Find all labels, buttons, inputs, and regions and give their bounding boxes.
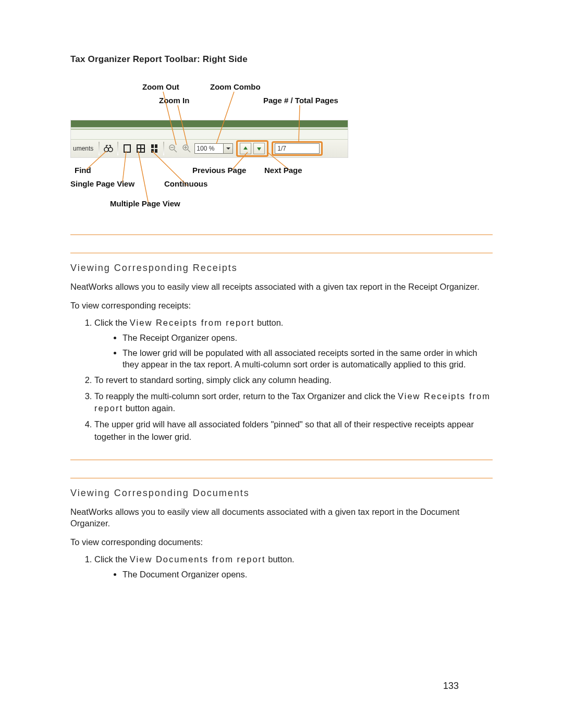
step-item: Click the View Receipts from report butt…	[94, 317, 493, 370]
section-title: Viewing Corresponding Documents	[70, 488, 493, 499]
step-emph: View Receipts from report	[130, 318, 255, 327]
divider	[70, 253, 493, 253]
steps-list: Click the View Receipts from report butt…	[70, 317, 493, 442]
section-lead: To view corresponding receipts:	[70, 301, 493, 311]
section-title: Viewing Corresponding Receipts	[70, 263, 493, 274]
figure-title: Tax Organizer Report Toolbar: Right Side	[70, 54, 348, 65]
page-root: Tax Organizer Report Toolbar: Right Side…	[0, 0, 563, 728]
step-text-pre: Click the	[94, 554, 130, 564]
spacer	[70, 460, 493, 478]
svg-line-22	[123, 151, 126, 182]
label-single-page-view: Single Page View	[70, 179, 134, 188]
body-text: Viewing Corresponding Receipts NeatWorks…	[70, 235, 493, 586]
steps-list: Click the View Documents from report but…	[70, 553, 493, 580]
label-find: Find	[75, 166, 91, 175]
callout-lines	[70, 82, 348, 213]
page-number: 133	[443, 681, 459, 692]
step-item: The upper grid will have all associated …	[94, 418, 493, 442]
spacer	[70, 448, 493, 460]
svg-line-20	[299, 105, 300, 142]
step-text-pre: Click the	[94, 318, 130, 327]
sub-bullet: The Document Organizer opens.	[123, 569, 493, 580]
step-text-post: button again.	[123, 403, 175, 413]
step-item: To revert to standard sorting, simply cl…	[94, 374, 493, 386]
figure-canvas: Zoom Out Zoom Combo Zoom In Page # / Tot…	[70, 82, 348, 213]
section-lead: To view corresponding documents:	[70, 537, 493, 547]
sub-bullet: The Receipt Organizer opens.	[123, 332, 493, 343]
svg-line-19	[178, 105, 187, 145]
sub-bullet: The lower grid will be populated with al…	[123, 347, 493, 371]
step-item: Click the View Documents from report but…	[94, 553, 493, 580]
step-item: To reapply the multi-column sort order, …	[94, 390, 493, 414]
step-text-post: button.	[266, 554, 295, 564]
label-multiple-page-view: Multiple Page View	[110, 199, 180, 208]
label-previous-page: Previous Page	[192, 166, 246, 175]
sub-bullets: The Receipt Organizer opens. The lower g…	[94, 332, 493, 370]
step-emph: View Documents from report	[130, 554, 266, 564]
svg-line-18	[216, 92, 234, 144]
svg-line-17	[163, 92, 176, 145]
section-intro: NeatWorks allows you to easily view all …	[70, 281, 493, 292]
svg-line-23	[138, 151, 149, 204]
sub-bullets: The Document Organizer opens.	[94, 569, 493, 580]
step-text-post: button.	[254, 318, 283, 327]
divider	[70, 478, 493, 478]
label-continuous: Continuous	[164, 179, 207, 188]
label-next-page: Next Page	[264, 166, 302, 175]
toolbar-figure: Tax Organizer Report Toolbar: Right Side…	[70, 54, 348, 213]
spacer	[70, 235, 493, 253]
step-text-pre: To reapply the multi-column sort order, …	[94, 391, 398, 401]
section-intro: NeatWorks allows you to easily view all …	[70, 506, 493, 529]
